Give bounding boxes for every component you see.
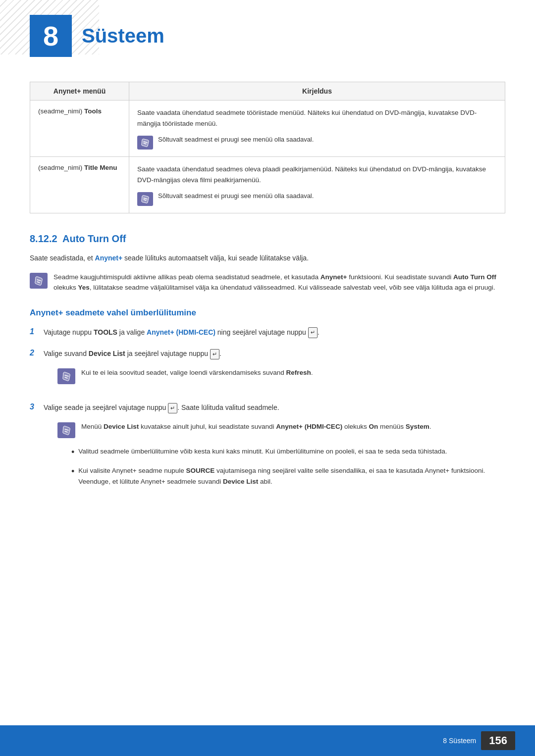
intro-paragraph: Saate seadistada, et Anynet+ seade lülit… [30,252,505,263]
note-bold-autoturnoff: Auto Turn Off [453,273,496,281]
step2-note: Kui te ei leia soovitud seadet, valige l… [57,367,505,384]
footer-chapter-label: 8 Süsteem [443,737,476,745]
step2-note-refresh: Refresh [286,369,311,376]
chapter-number: 8 [30,15,72,57]
chapter-title: Süsteem [82,25,164,47]
step-number-3: 3 [30,403,38,411]
menu-prefix-2: (seadme_nimi) [38,164,84,171]
step3-note-system: System [406,423,429,430]
section-heading: 8.12.2 Auto Turn Off [30,233,505,245]
table-cell-menu1: (seadme_nimi) Tools [30,101,129,157]
step2-note-svg [61,371,72,382]
section-title: Auto Turn Off [62,233,126,244]
note-block-text-1: Seadme kaugjuhtimispuldi aktiivne allika… [54,272,505,293]
step3-note-on: On [369,423,378,430]
note-icon-2 [137,192,153,206]
step3-note-block: Menüü Device List kuvatakse ainult juhul… [57,421,505,438]
desc-text-2: Saate vaadata ühendatud seadmes oleva pl… [137,164,497,185]
step-2-container: Valige suvand Device List ja seejärel va… [44,348,505,392]
page-wrapper: 8 Süsteem Anynet+ menüü Kirjeldus (seadm… [0,0,535,756]
note-row-1: Sõltuvalt seadmest ei pruugi see menüü o… [137,135,497,150]
table-row: (seadme_nimi) Tools Saate vaadata ühenda… [30,101,505,157]
step-text-2: Valige suvand Device List ja seejärel va… [44,348,505,359]
step3-note-text: Menüü Device List kuvatakse ainult juhul… [81,421,431,432]
note-svg-2 [140,194,150,204]
step-text-3: Valige seade ja seejärel vajutage nuppu … [44,402,505,413]
note-svg-1 [140,138,150,148]
table-row: (seadme_nimi) Title Menu Saate vaadata ü… [30,157,505,213]
note-bold-anynet: Anynet+ [321,273,347,281]
note-block-icon-1 [30,273,48,289]
step2-enter-key: ↵ [210,349,219,360]
bullet-item-1: • Valitud seadmele ümberlülitumine võib … [71,446,505,459]
bullet-text-1: Valitud seadmele ümberlülitumine võib ke… [78,446,447,457]
note-icon-1 [137,136,153,150]
step-item-2: 2 Valige suvand Device List ja seejärel … [30,348,505,392]
table-cell-menu2: (seadme_nimi) Title Menu [30,157,129,213]
step2-note-block: Kui te ei leia soovitud seadet, valige l… [57,367,505,384]
step3-enter-key: ↵ [168,403,177,414]
note-block-svg-1 [33,275,44,286]
bullet2-devicelist: Device List [223,478,258,485]
table-cell-desc2: Saate vaadata ühendatud seadmes oleva pl… [129,157,505,213]
step1-enter-key: ↵ [308,327,318,338]
step-number-1: 1 [30,327,38,336]
main-content: Anynet+ menüü Kirjeldus (seadme_nimi) To… [0,72,535,532]
note-block-1: Seadme kaugjuhtimispuldi aktiivne allika… [30,272,505,293]
step1-bold-tools: TOOLS [94,328,117,336]
menu-bold-1: Tools [84,107,102,115]
step3-note: Menüü Device List kuvatakse ainult juhul… [57,421,505,487]
page-footer: 8 Süsteem 156 [0,725,535,756]
chapter-header: 8 Süsteem [0,0,535,72]
steps-list: 1 Vajutage nuppu TOOLS ja valige Anynet+… [30,327,505,493]
step-item-1: 1 Vajutage nuppu TOOLS ja valige Anynet+… [30,327,505,338]
step3-note-svg [61,425,72,436]
bullet-dot-2: • [71,464,74,479]
step-text-1: Vajutage nuppu TOOLS ja valige Anynet+ (… [44,327,505,338]
bullet2-source: SOURCE [186,467,215,474]
note-bold-yes: Yes [78,284,90,291]
note-row-2: Sõltuvalt seadmest ei pruugi see menüü o… [137,191,497,206]
footer-page-number: 156 [481,731,515,750]
step2-note-text: Kui te ei leia soovitud seadet, valige l… [81,367,313,378]
step-number-2: 2 [30,349,38,357]
step-item-3: 3 Valige seade ja seejärel vajutage nupp… [30,402,505,493]
bullet-dot-1: • [71,445,74,459]
bullet-list: • Valitud seadmele ümberlülitumine võib … [71,446,505,487]
section-number: 8.12.2 [30,233,57,244]
anynet-table: Anynet+ menüü Kirjeldus (seadme_nimi) To… [30,82,505,213]
desc-text-1: Saate vaadata ühendatud seadmete tööriis… [137,107,497,129]
step-3-container: Valige seade ja seejärel vajutage nuppu … [44,402,505,493]
bullet-item-2: • Kui valisite Anynet+ seadme nupule SOU… [71,465,505,487]
table-cell-desc1: Saate vaadata ühendatud seadmete tööriis… [129,101,505,157]
step2-bold-devicelist: Device List [89,350,125,357]
step2-note-icon [57,368,75,384]
menu-prefix-1: (seadme_nimi) [38,107,84,115]
step3-note-devicelist: Device List [104,423,139,430]
step3-note-anynetcec: Anynet+ (HDMI-CEC) [276,423,342,430]
menu-bold-2: Title Menu [84,164,117,171]
note-text-1: Sõltuvalt seadmest ei pruugi see menüü o… [158,135,314,145]
step3-note-icon [57,422,75,438]
intro-highlight: Anynet+ [95,254,123,262]
table-header-col2: Kirjeldus [129,82,505,101]
note-text-2: Sõltuvalt seadmest ei pruugi see menüü o… [158,191,314,201]
bullet-text-2: Kui valisite Anynet+ seadme nupule SOURC… [78,465,505,487]
step1-highlight-anynet: Anynet+ (HDMI-CEC) [147,328,215,336]
sub-heading-switching: Anynet+ seadmete vahel ümberlülitumine [30,308,505,318]
table-header-col1: Anynet+ menüü [30,82,129,101]
